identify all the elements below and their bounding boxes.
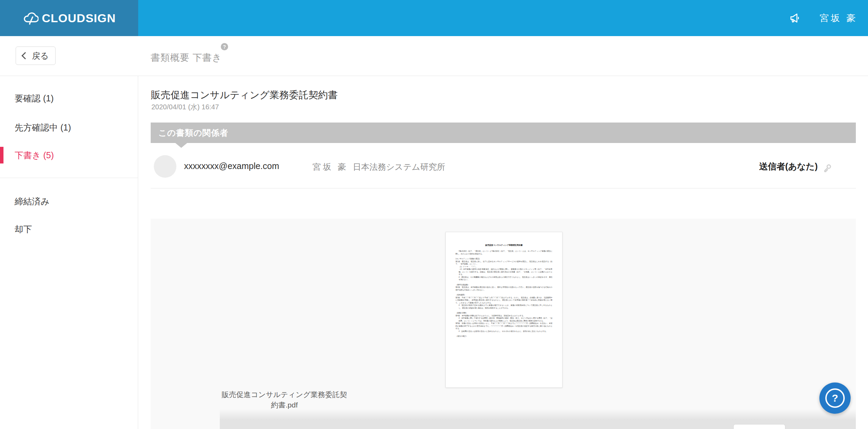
pdf-page-thumbnail[interactable]: 販売促進コンサルティング業務委託契約書 X株式会社（以下、「委託者」という）とY… [445,232,562,388]
key-icon [823,163,832,173]
pdf-text-block: （1）テーマ：「〇〇」 [456,266,552,268]
pdf-text-block: X株式会社（以下、「委託者」という）とY株式会社（以下、「受託者」という）とは、… [456,250,552,255]
sidebar-item-label: 要確認 (1) [15,93,54,104]
sidebar-divider [0,178,138,178]
pdf-text-block: （善管注意義務） [456,284,552,286]
cloud-pen-icon [23,11,39,25]
pdf-text-block: 第4条 本件業務の回数は以下のとおりとし、注意事項等は、別途定めるとおりとする。 [456,314,552,317]
sidebar-item-label: 締結済み [15,196,50,207]
pdf-text-block: 2 受託者が契約で定める期日までに業務を遂行できないとき、業務の遅延理由等につい… [456,304,552,309]
topbar-right-group: 宮坂 豪 [789,0,858,36]
brand-name: CLOUDSIGN [42,11,116,25]
back-button[interactable]: 戻る [16,47,56,65]
question-circle-icon: ? [825,388,845,408]
pdf-text-block: （契約期間） [456,294,552,296]
pdf-text-block: (コンサルティング業務の委託) [456,258,552,260]
sidebar-item-concluded[interactable]: 締結済み [0,193,138,210]
pdf-text-block: 第1条 委託者は、受託者に対し、以下に定めるコンサルティングサービスの提供を委託… [456,260,552,266]
sidebar-item-awaiting-other-party[interactable]: 先方確認中 (1) [0,119,138,136]
document-title: 販売促進コンサルティング業務委託契約書 [151,89,337,102]
pdf-text-block: 2 委託者は、その報酬案の検討およびその採用は自らの責任で行うものとし、受託者は… [456,276,552,281]
sidebar-item-drafts[interactable]: 下書き (5) [0,147,138,163]
chevron-left-icon [22,52,29,59]
page-title: 書類概要 下書き [151,51,222,64]
participant-email: xxxxxxxx@example.com [184,161,279,171]
sidebar-item-rejected[interactable]: 却下 [0,221,138,237]
cloudsign-app: CLOUDSIGN 宮坂 豪 戻る 書類概要 下書き ? 要確認 (1) [0,0,868,429]
row-divider [151,188,856,188]
pdf-text-block: 第2条 受託者は、本件業務を委託者の指示に従い、善良な管理者の注意をもって行い、… [456,286,552,291]
status-sidebar: 要確認 (1) 先方確認中 (1) 下書き (5) 締結済み 却下 [0,76,138,429]
top-navbar: CLOUDSIGN 宮坂 豪 [0,0,868,36]
participants-header-label: この書類の関係者 [158,127,228,138]
pdf-text-block: 2 諸経費の支払いは前項の支払いに含めるものとし、それぞれの発生をもとに、前項の… [456,330,552,333]
user-menu[interactable]: 宮坂 豪 [820,12,858,24]
pdf-page-title: 販売促進コンサルティング業務委託契約書 [456,244,552,247]
sidebar-item-label: 先方確認中 (1) [15,122,71,133]
page-header: 戻る 書類概要 下書き ? [0,36,868,76]
participant-role-label: 送信者(あなた) [759,161,818,172]
participants-header-tail [175,143,187,148]
megaphone-icon[interactable] [789,12,801,24]
pdf-preview-panel: 販売促進コンサルティング業務委託契約書 X株式会社（以下、「委託者」という）とY… [151,219,856,429]
pdf-page-body: X株式会社（以下、「委託者」という）とY株式会社（以下、「受託者」という）とは、… [456,250,552,338]
sidebar-item-needs-check[interactable]: 要確認 (1) [0,90,138,107]
pdf-text-block: （2）本件業務の提供の内容:戦略策定、設計および開発に関し、提案書その他のドキュ… [456,268,552,276]
pdf-text-block: 2 本件業務に関して発生する諸費用（謝金等、関係資料の複製・郵送・購入、コピー代… [456,317,552,322]
pdf-text-block: （発注の改訂） [456,335,552,338]
document-datetime: 2020/04/01 (水) 16:47 [151,102,219,112]
pdf-file-caption: 販売促進コンサルティング業務委託契約書.pdf [220,389,349,411]
bottom-partial-button[interactable] [733,424,785,429]
pdf-text-block: 第3条 平成〇〇年〇〇月〇〇日より平成〇△年〇〇月〇〇日までとする。ただし、受託… [456,296,552,304]
participant-company: 日本法務システム研究所 [353,161,445,173]
sidebar-item-label: 下書き (5) [15,150,54,161]
back-button-label: 戻る [32,50,49,61]
pdf-text-block: （業務の回数） [456,312,552,314]
participant-name: 宮坂 豪 [312,161,348,173]
pdf-text-block: 第5条 対価の支払いは2回の分割払いとし、平成〇〇年〇〇月〇〇日までに〇〇〇〇〇… [456,322,552,330]
participants-header-bar: この書類の関係者 [151,123,856,143]
bottom-toolbar-shadow [220,409,856,419]
brand-logo[interactable]: CLOUDSIGN [0,0,138,36]
participant-row: xxxxxxxx@example.com 宮坂 豪 日本法務システム研究所 送信… [151,153,856,181]
participant-avatar [154,155,176,178]
floating-help-button[interactable]: ? [819,382,851,414]
title-help-icon[interactable]: ? [221,43,228,50]
active-item-marker [0,147,3,163]
sidebar-item-label: 却下 [15,224,32,235]
